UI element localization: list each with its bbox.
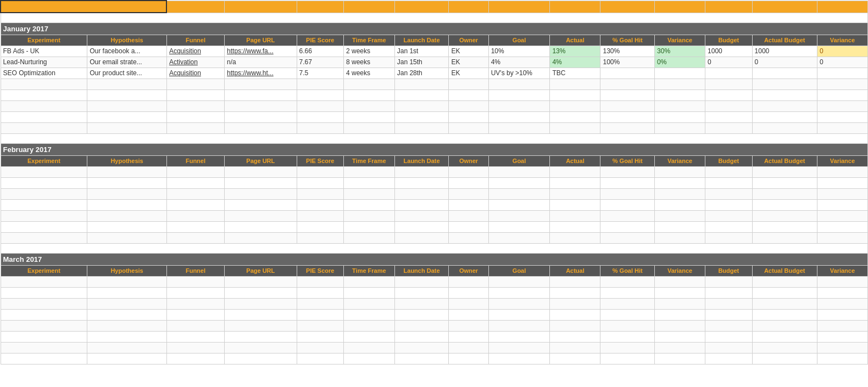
col-header-2-14: Variance: [817, 265, 867, 276]
title-row: [1, 1, 868, 13]
cell-0-0-variance: 30%: [655, 46, 705, 57]
empty-cell-2-1-12: [705, 287, 752, 298]
empty-cell-2-5-5: [343, 331, 394, 342]
empty-cell-2-2-11: [655, 298, 705, 309]
empty-cell-2-2-8: [488, 298, 550, 309]
empty-cell-2-3-14: [817, 309, 867, 320]
empty-row-1-3: [1, 199, 868, 210]
empty-cell-2-6-2: [166, 342, 224, 353]
empty-cell-1-2-11: [655, 188, 705, 199]
col-header-0-13: Actual Budget: [752, 35, 817, 46]
empty-cell-0-2-11: [655, 100, 705, 111]
col-header-row-1: ExperimentHypothesisFunnelPage URLPIE Sc…: [1, 155, 868, 166]
empty-cell-2-7-9: [550, 353, 600, 364]
cell-0-1-funnel: Activation: [166, 57, 224, 68]
empty-cell-1-6-7: [449, 232, 488, 243]
cell-0-2-variance: [655, 68, 705, 78]
cell-0-2-actual: TBC: [550, 68, 600, 78]
empty-cell-1-3-13: [752, 199, 817, 210]
empty-cell-2-2-3: [225, 298, 297, 309]
empty-cell-1-4-3: [225, 210, 297, 221]
section-header-0: January 2017: [1, 23, 868, 35]
empty-cell-1-0-11: [655, 166, 705, 177]
empty-cell-0-4-11: [655, 122, 705, 133]
empty-cell-2-5-6: [394, 331, 449, 342]
empty-cell-0-1-1: [87, 89, 167, 100]
cell-0-2-experiment: SEO Optimization: [1, 68, 87, 78]
empty-cell-0-2-14: [817, 100, 867, 111]
col-header-row-2: ExperimentHypothesisFunnelPage URLPIE Sc…: [1, 265, 868, 276]
empty-cell-1-6-13: [752, 232, 817, 243]
empty-cell-1-5-6: [394, 221, 449, 232]
empty-cell-2-6-11: [655, 342, 705, 353]
empty-cell-0-3-0: [1, 111, 87, 122]
empty-cell-2-5-3: [225, 331, 297, 342]
empty-cell-0-0-2: [166, 78, 224, 89]
empty-cell-0-0-1: [87, 78, 167, 89]
empty-cell-1-2-12: [705, 188, 752, 199]
empty-cell-1-5-10: [600, 221, 655, 232]
col-header-2-1: Hypothesis: [87, 265, 167, 276]
empty-cell-2-0-13: [752, 276, 817, 287]
cell-0-2-page-url: https://www.ht...: [225, 68, 297, 78]
col-header-1-13: Actual Budget: [752, 155, 817, 166]
col-header-1-11: Variance: [655, 155, 705, 166]
section-header-2: March 2017: [1, 253, 868, 265]
col-header-1-1: Hypothesis: [87, 155, 167, 166]
col-header-0-6: Launch Date: [394, 35, 449, 46]
col-header-1-2: Funnel: [166, 155, 224, 166]
empty-cell-1-6-12: [705, 232, 752, 243]
empty-cell-2-6-8: [488, 342, 550, 353]
empty-cell-2-5-10: [600, 331, 655, 342]
empty-cell-2-6-6: [394, 342, 449, 353]
empty-cell-0-3-5: [343, 111, 394, 122]
empty-cell-1-6-3: [225, 232, 297, 243]
empty-cell-1-3-1: [87, 199, 167, 210]
empty-cell-1-2-7: [449, 188, 488, 199]
empty-cell-0-2-10: [600, 100, 655, 111]
col-header-1-0: Experiment: [1, 155, 87, 166]
empty-cell-2-6-13: [752, 342, 817, 353]
empty-row-1-0: [1, 166, 868, 177]
empty-cell-2-1-9: [550, 287, 600, 298]
empty-cell-1-5-2: [166, 221, 224, 232]
cell-0-0-funnel: Acquisition: [166, 46, 224, 57]
empty-cell-1-4-6: [394, 210, 449, 221]
empty-cell-2-2-12: [705, 298, 752, 309]
empty-cell-2-7-7: [449, 353, 488, 364]
empty-cell-1-4-1: [87, 210, 167, 221]
empty-cell-0-2-0: [1, 100, 87, 111]
data-row-0-0: FB Ads - UKOur facebook a...Acquisitionh…: [1, 46, 868, 57]
empty-cell-0-0-4: [297, 78, 343, 89]
empty-cell-2-0-0: [1, 276, 87, 287]
empty-cell-1-2-9: [550, 188, 600, 199]
col-header-0-1: Hypothesis: [87, 35, 167, 46]
empty-cell-1-0-13: [752, 166, 817, 177]
empty-cell-0-2-13: [752, 100, 817, 111]
empty-cell-1-0-7: [449, 166, 488, 177]
empty-cell-2-2-6: [394, 298, 449, 309]
empty-cell-0-1-12: [705, 89, 752, 100]
empty-cell-0-0-7: [449, 78, 488, 89]
empty-cell-2-6-14: [817, 342, 867, 353]
empty-cell-1-2-3: [225, 188, 297, 199]
empty-cell-2-0-1: [87, 276, 167, 287]
empty-cell-0-1-14: [817, 89, 867, 100]
empty-cell-1-1-6: [394, 177, 449, 188]
empty-cell-1-1-7: [449, 177, 488, 188]
empty-cell-0-3-2: [166, 111, 224, 122]
empty-cell-2-6-4: [297, 342, 343, 353]
empty-cell-0-3-4: [297, 111, 343, 122]
empty-cell-0-3-8: [488, 111, 550, 122]
empty-cell-2-3-12: [705, 309, 752, 320]
empty-cell-0-3-13: [752, 111, 817, 122]
empty-cell-0-2-5: [343, 100, 394, 111]
empty-row-2-0: [1, 276, 868, 287]
empty-cell-2-5-13: [752, 331, 817, 342]
empty-row-0-1: [1, 89, 868, 100]
empty-cell-2-6-7: [449, 342, 488, 353]
empty-cell-2-5-0: [1, 331, 87, 342]
empty-cell-2-2-0: [1, 298, 87, 309]
empty-row-0-3: [1, 111, 868, 122]
empty-cell-0-3-10: [600, 111, 655, 122]
